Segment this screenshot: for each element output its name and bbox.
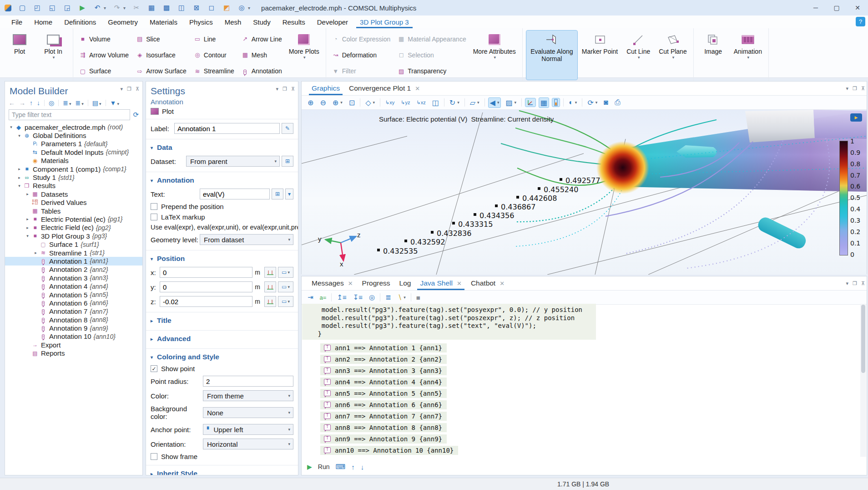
- duplicate-icon[interactable]: ◫: [177, 4, 186, 12]
- wrap-lines-icon[interactable]: ≣: [384, 293, 393, 302]
- z-input[interactable]: [160, 296, 252, 307]
- expression-menu-icon[interactable]: ▾: [285, 189, 293, 199]
- add-volume-button[interactable]: ■Volume: [78, 31, 130, 47]
- tab-progress[interactable]: Progress: [358, 276, 395, 290]
- tree-item-materials[interactable]: ◉Materials: [5, 157, 142, 165]
- x-input[interactable]: [160, 267, 252, 278]
- console-scrollbar[interactable]: [860, 304, 866, 457]
- paste-icon[interactable]: ▩: [162, 4, 171, 12]
- node-columns-icon[interactable]: ▤▾: [92, 99, 101, 107]
- export-animation-button[interactable]: Animation▾: [731, 31, 765, 80]
- customize-toolbar-icon[interactable]: ▾: [248, 5, 250, 10]
- geometry-level-dropdown[interactable]: From dataset▾: [200, 234, 293, 245]
- add-contour-button[interactable]: ◎Contour: [192, 47, 236, 63]
- comsol-canvas-logo-icon[interactable]: ▶: [850, 113, 862, 122]
- y-input[interactable]: [160, 281, 252, 292]
- add-isosurface-button[interactable]: ◈Isosurface: [135, 47, 188, 63]
- add-slice-button[interactable]: ▤Slice: [135, 31, 188, 47]
- tree-item-annotation-3[interactable]: TAnnotation 3{ann3}: [5, 274, 142, 282]
- marker-point-button[interactable]: Marker Point: [579, 31, 621, 80]
- more-attributes-button[interactable]: More Attributes▾: [470, 31, 519, 80]
- transparency-button[interactable]: ▨Transparency: [396, 63, 467, 79]
- tab-3d-plot-group-3[interactable]: 3D Plot Group 3: [354, 15, 415, 28]
- help-icon[interactable]: ?: [856, 17, 865, 26]
- tree-item-tables[interactable]: ▦Tables: [5, 207, 142, 215]
- expression-insert-icon[interactable]: ⊞: [272, 189, 283, 199]
- tab-materials[interactable]: Materials: [144, 15, 183, 28]
- close-icon[interactable]: ✕: [500, 280, 505, 287]
- add-arrow-volume-button[interactable]: ⇶Arrow Volume: [78, 47, 130, 63]
- settings-plot-button[interactable]: Plot: [162, 107, 174, 115]
- clear-shell-icon[interactable]: ∖▾: [396, 293, 407, 302]
- show-point-checkbox[interactable]: ✓: [151, 365, 157, 372]
- zoom-out-icon[interactable]: ⊖: [318, 98, 327, 107]
- panel-float-icon[interactable]: ❐: [853, 86, 857, 92]
- panel-pin-icon[interactable]: ⊼: [861, 86, 865, 92]
- cut-line-button[interactable]: Cut Line▾: [622, 31, 654, 80]
- undo-icon[interactable]: ↶: [93, 4, 101, 12]
- more-plots-button[interactable]: More Plots▾: [286, 31, 322, 80]
- tree-item-surface-1[interactable]: ▢Surface 1{surf1}: [5, 240, 142, 248]
- expand-output-icon[interactable]: ↥≡: [335, 293, 348, 302]
- collapse-all-icon[interactable]: ≣▾: [75, 99, 83, 107]
- background-color-dropdown[interactable]: None▾: [203, 407, 293, 418]
- show-all-icon[interactable]: ◎: [368, 293, 376, 302]
- transparency-toggle-icon[interactable]: ▨▾: [504, 98, 518, 107]
- tab-study[interactable]: Study: [247, 15, 276, 28]
- latex-markup-checkbox[interactable]: [151, 214, 157, 220]
- tree-item-annotation-6[interactable]: TAnnotation 6{ann6}: [5, 299, 142, 307]
- redo-dropdown-icon[interactable]: ▾: [123, 5, 126, 10]
- move-to-editor-icon[interactable]: ⇥: [306, 293, 315, 302]
- tab-file[interactable]: File: [5, 15, 28, 28]
- show-color-legend-icon[interactable]: [552, 98, 560, 107]
- orientation-dropdown[interactable]: Horizontal▾: [203, 439, 293, 449]
- tab-convergence-plot-1[interactable]: Convergence Plot 1✕: [344, 82, 424, 95]
- tree-item-electric-field[interactable]: ▸■Electric Field (ec){pg2}: [5, 224, 142, 232]
- refresh-icon[interactable]: ⟳: [133, 111, 139, 119]
- add-arrow-line-button[interactable]: ↗Arrow Line: [240, 31, 283, 47]
- add-annotation-button[interactable]: TAnnotation: [240, 63, 283, 79]
- tree-item-parameters[interactable]: PᵢParameters 1{default}: [5, 140, 142, 148]
- tree-item-export[interactable]: →Export: [5, 341, 142, 349]
- panel-float-icon[interactable]: ❐: [127, 86, 131, 92]
- select-box-icon[interactable]: ◻: [207, 4, 216, 12]
- maximize-button[interactable]: ▢: [826, 0, 847, 15]
- tree-item-streamline-1[interactable]: ▸≋Streamline 1{str1}: [5, 249, 142, 257]
- run-icon[interactable]: ▶: [78, 4, 86, 12]
- redo-icon[interactable]: ↷: [113, 4, 121, 12]
- scrollbar-thumb[interactable]: [861, 305, 865, 373]
- dataset-dropdown[interactable]: From parent▾: [186, 156, 280, 167]
- tree-item-annotation-10[interactable]: TAnnotation 10{ann10}: [5, 332, 142, 341]
- camera-movie-icon[interactable]: ◫: [431, 98, 440, 107]
- print-icon[interactable]: ⎙: [613, 98, 622, 107]
- add-streamline-button[interactable]: ≋Streamline: [192, 63, 236, 79]
- show-grid-icon[interactable]: ▦: [539, 98, 549, 107]
- update-plot-icon[interactable]: ⟳▾: [586, 98, 599, 107]
- annotation-label-input[interactable]: [174, 123, 280, 134]
- z-range-icon[interactable]: [264, 296, 276, 307]
- tree-filter-input[interactable]: [9, 109, 130, 120]
- annotation-text-input[interactable]: [200, 189, 270, 199]
- plot-in-button[interactable]: Plot In▾: [37, 31, 69, 80]
- history-down-icon[interactable]: ↓: [361, 463, 364, 471]
- rename-icon[interactable]: ✎: [282, 123, 293, 134]
- tab-geometry[interactable]: Geometry: [102, 15, 144, 28]
- tab-definitions[interactable]: Definitions: [58, 15, 102, 28]
- x-range-icon[interactable]: [264, 267, 276, 278]
- forward-icon[interactable]: →: [19, 99, 25, 107]
- undo-dropdown-icon[interactable]: ▾: [104, 5, 106, 10]
- minimize-button[interactable]: ─: [805, 0, 826, 15]
- point-radius-input[interactable]: [203, 376, 293, 387]
- panel-menu-icon[interactable]: ▾: [846, 281, 849, 286]
- find-icon[interactable]: ◎: [237, 4, 246, 12]
- tree-item-global-definitions[interactable]: ▾⊕Global Definitions: [5, 131, 142, 139]
- cut-plane-button[interactable]: Cut Plane▾: [656, 31, 689, 80]
- run-button[interactable]: Run: [318, 463, 330, 470]
- panel-pin-icon[interactable]: ⊼: [861, 281, 865, 286]
- run-icon[interactable]: ▶: [307, 463, 312, 470]
- filter-icon[interactable]: ▼▾: [110, 99, 119, 107]
- tab-chatbot[interactable]: Chatbot✕: [466, 276, 509, 290]
- zoom-in-icon[interactable]: ⊕: [306, 98, 315, 107]
- tree-item-datasets[interactable]: ▸▦Datasets: [5, 190, 142, 198]
- tree-item-reports[interactable]: ▤Reports: [5, 349, 142, 357]
